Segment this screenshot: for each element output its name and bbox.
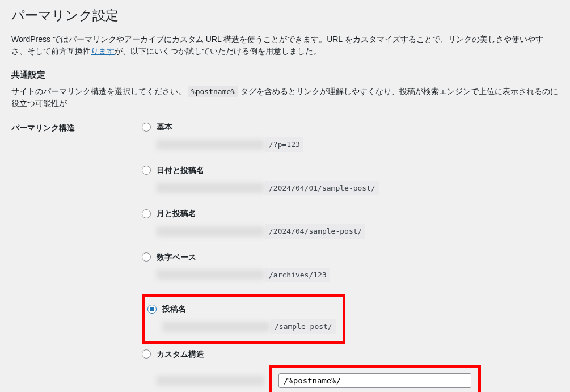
highlight-custom-input xyxy=(269,365,481,393)
option-plain: 基本 /?p=123 xyxy=(142,121,559,152)
example-post-name: /sample-post/ xyxy=(271,319,336,334)
radio-custom[interactable] xyxy=(142,349,151,359)
intro-link[interactable]: ります xyxy=(91,47,115,56)
blurred-url xyxy=(157,183,264,193)
option-numeric-label[interactable]: 数字ベース xyxy=(142,251,559,263)
example-numeric: /archives/123 xyxy=(265,268,330,283)
option-custom-label[interactable]: カスタム構造 xyxy=(142,348,559,360)
permalink-structure-label: パーマリンク構造 xyxy=(11,121,142,134)
common-settings-heading: 共通設定 xyxy=(11,69,559,82)
custom-structure-input[interactable] xyxy=(278,373,471,388)
example-month-name: /2024/04/sample-post/ xyxy=(265,224,365,239)
option-post-name: 投稿名 /sample-post/ xyxy=(147,303,336,334)
blurred-url xyxy=(157,376,264,386)
blurred-url xyxy=(157,269,264,280)
option-plain-label[interactable]: 基本 xyxy=(142,121,559,133)
postname-code: %postname% xyxy=(188,86,238,97)
radio-plain[interactable] xyxy=(142,123,151,132)
radio-post-name[interactable] xyxy=(147,305,157,314)
description-text: サイトのパーマリンク構造を選択してください。 %postname% タグを含める… xyxy=(11,86,559,109)
intro-text: WordPress ではパーマリンクやアーカイブにカスタム URL 構造を使うこ… xyxy=(11,33,559,57)
radio-month-name[interactable] xyxy=(142,209,151,218)
page-title: パーマリンク設定 xyxy=(11,6,559,26)
option-custom: カスタム構造 利用可能なタグ: %year% %monthnum% %day% … xyxy=(142,348,559,393)
option-post-name-label[interactable]: 投稿名 xyxy=(147,303,336,315)
option-month-name: 月と投稿名 /2024/04/sample-post/ xyxy=(142,208,559,239)
option-day-name: 日付と投稿名 /2024/04/01/sample-post/ xyxy=(142,165,559,196)
option-month-name-label[interactable]: 月と投稿名 xyxy=(142,208,559,220)
radio-day-name[interactable] xyxy=(142,166,151,175)
example-plain: /?p=123 xyxy=(265,137,303,152)
blurred-url xyxy=(157,140,264,150)
example-day-name: /2024/04/01/sample-post/ xyxy=(265,181,379,196)
highlight-post-name: 投稿名 /sample-post/ xyxy=(142,294,345,344)
blurred-url xyxy=(157,226,264,237)
radio-numeric[interactable] xyxy=(142,252,151,262)
blurred-url xyxy=(162,322,270,332)
option-numeric: 数字ベース /archives/123 xyxy=(142,251,559,283)
option-day-name-label[interactable]: 日付と投稿名 xyxy=(142,165,559,176)
